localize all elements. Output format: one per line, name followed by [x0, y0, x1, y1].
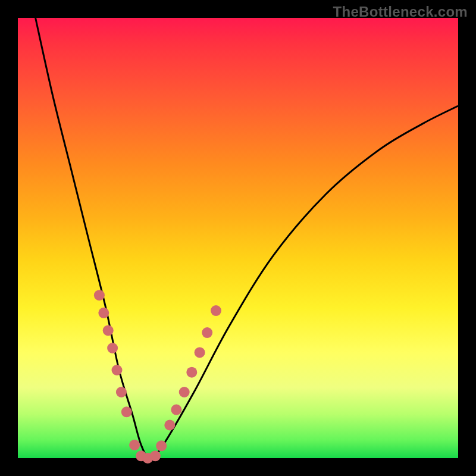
data-point: [211, 305, 221, 316]
data-point: [121, 406, 132, 417]
bottleneck-curve: [36, 18, 458, 458]
plot-area: [18, 18, 458, 458]
chart-svg: [18, 18, 458, 458]
data-point: [202, 327, 212, 338]
data-point: [156, 440, 167, 451]
data-point: [112, 365, 123, 375]
data-point: [116, 387, 127, 397]
data-point: [150, 450, 161, 461]
data-point: [103, 325, 114, 336]
data-point: [94, 290, 105, 300]
data-point: [129, 440, 140, 450]
data-point: [107, 343, 118, 353]
chart-frame: TheBottleneck.com: [0, 0, 476, 476]
data-point: [195, 347, 205, 358]
data-point: [186, 367, 197, 378]
data-point: [179, 387, 190, 397]
data-point: [164, 420, 175, 431]
watermark-text: TheBottleneck.com: [333, 4, 468, 20]
data-point: [171, 405, 181, 415]
data-point: [98, 308, 109, 318]
